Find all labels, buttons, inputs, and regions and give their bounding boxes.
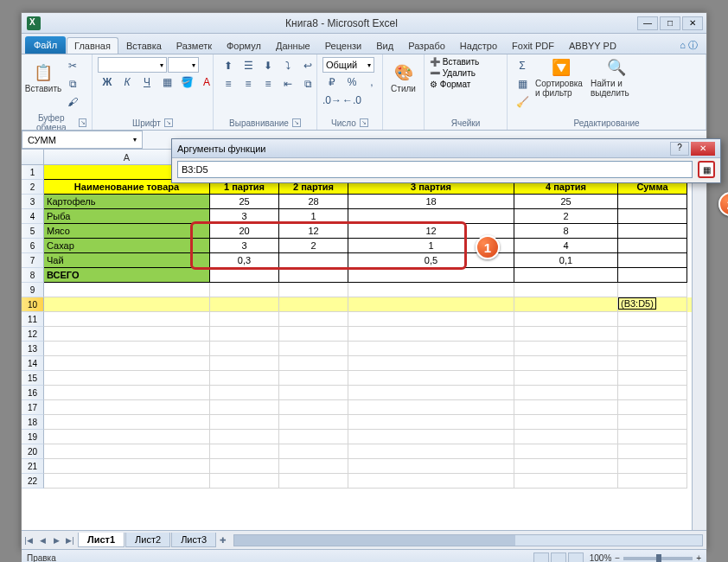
cell[interactable]: Чай — [44, 253, 210, 268]
increase-decimal-icon[interactable]: .0→ — [322, 92, 342, 109]
wrap-text-icon[interactable]: ↩ — [298, 57, 317, 74]
cell[interactable]: Сахар — [44, 239, 210, 253]
cell[interactable] — [44, 444, 210, 459]
cell[interactable] — [279, 415, 348, 430]
cell[interactable]: 20 — [210, 224, 279, 239]
align-top-icon[interactable]: ⬆ — [219, 57, 238, 74]
cell[interactable] — [279, 474, 348, 489]
sort-filter-button[interactable]: 🔽Сортировка и фильтр — [535, 57, 587, 99]
comma-icon[interactable]: , — [362, 73, 381, 91]
zoom-slider[interactable] — [623, 557, 693, 560]
cell[interactable] — [210, 342, 279, 356]
clipboard-launcher[interactable]: ↘ — [79, 118, 86, 127]
cells-delete-button[interactable]: ➖ Удалить — [430, 68, 476, 78]
cell[interactable]: 8 — [514, 224, 618, 239]
cells-format-button[interactable]: ⚙ Формат — [430, 80, 470, 89]
decrease-decimal-icon[interactable]: ←.0 — [342, 92, 361, 109]
cell[interactable] — [210, 444, 279, 459]
rowhead-13[interactable]: 13 — [22, 342, 44, 356]
cell[interactable] — [210, 371, 279, 386]
cell[interactable] — [348, 283, 514, 297]
cell[interactable] — [279, 342, 348, 356]
maximize-button[interactable]: □ — [660, 16, 680, 30]
cell[interactable] — [210, 430, 279, 444]
cell[interactable] — [348, 459, 514, 474]
cell[interactable] — [618, 253, 687, 268]
align-bottom-icon[interactable]: ⬇ — [259, 57, 278, 74]
rowhead-3[interactable]: 3 — [22, 195, 44, 209]
autosum-icon[interactable]: Σ — [513, 57, 532, 74]
cell[interactable] — [210, 386, 279, 400]
underline-icon[interactable]: Ч — [137, 73, 156, 91]
cell[interactable] — [618, 371, 687, 386]
borders-icon[interactable]: ▦ — [157, 73, 176, 91]
cell[interactable] — [348, 312, 514, 327]
find-select-button[interactable]: 🔍Найти и выделить — [591, 57, 642, 99]
cell[interactable] — [618, 400, 687, 415]
cell[interactable] — [44, 356, 210, 371]
cells-insert-button[interactable]: ➕ Вставить — [430, 57, 479, 67]
rowhead-8[interactable]: 8 — [22, 268, 44, 283]
cell[interactable] — [279, 268, 348, 283]
cell[interactable] — [618, 474, 687, 489]
cell[interactable] — [514, 415, 618, 430]
cell[interactable]: 18 — [348, 195, 514, 209]
cell[interactable]: ВСЕГО — [44, 268, 210, 283]
cell[interactable] — [618, 268, 687, 283]
cell[interactable] — [514, 297, 618, 312]
cell[interactable] — [44, 400, 210, 415]
cell[interactable] — [514, 327, 618, 342]
horizontal-scrollbar[interactable] — [233, 534, 703, 546]
rowhead-22[interactable]: 22 — [22, 474, 44, 489]
cell[interactable] — [44, 386, 210, 400]
help-icon[interactable]: ⌂ ⓘ — [674, 37, 703, 54]
minimize-button[interactable]: — — [637, 16, 658, 30]
cell[interactable] — [44, 312, 210, 327]
sheet-nav-last[interactable]: ▶| — [63, 536, 77, 545]
view-normal-icon[interactable] — [533, 552, 549, 563]
cell[interactable] — [210, 356, 279, 371]
cut-icon[interactable]: ✂ — [63, 57, 82, 74]
cell[interactable] — [210, 268, 279, 283]
font-family-combo[interactable]: ▾ — [98, 57, 167, 73]
align-middle-icon[interactable]: ☰ — [239, 57, 258, 74]
italic-icon[interactable]: К — [118, 73, 137, 91]
number-format-combo[interactable]: Общий▾ — [322, 57, 374, 73]
tab-addins[interactable]: Надстро — [453, 38, 504, 54]
align-left-icon[interactable]: ≡ — [219, 75, 238, 93]
cell[interactable] — [618, 444, 687, 459]
cell[interactable] — [618, 327, 687, 342]
rowhead-9[interactable]: 9 — [22, 283, 44, 297]
cell[interactable] — [44, 342, 210, 356]
rowhead-1[interactable]: 1 — [22, 165, 44, 180]
font-launcher[interactable]: ↘ — [164, 118, 173, 127]
cell[interactable] — [618, 386, 687, 400]
cell[interactable] — [618, 430, 687, 444]
cell[interactable] — [618, 312, 687, 327]
cell[interactable] — [618, 224, 687, 239]
fill-color-icon[interactable]: 🪣 — [177, 73, 196, 91]
cell[interactable] — [348, 474, 514, 489]
sheet-nav-first[interactable]: |◀ — [22, 536, 35, 545]
format-painter-icon[interactable]: 🖌 — [63, 93, 82, 111]
cell[interactable] — [279, 253, 348, 268]
merge-icon[interactable]: ⧉ — [298, 75, 317, 93]
tab-view[interactable]: Вид — [369, 38, 400, 54]
new-sheet-button[interactable]: ✚ — [216, 536, 230, 545]
cell[interactable] — [348, 386, 514, 400]
cell[interactable] — [44, 327, 210, 342]
sheet-nav-next[interactable]: ▶ — [49, 536, 63, 545]
rowhead-6[interactable]: 6 — [22, 239, 44, 253]
rowhead-18[interactable]: 18 — [22, 415, 44, 430]
font-size-combo[interactable]: ▾ — [168, 57, 199, 73]
cell[interactable] — [44, 459, 210, 474]
cell[interactable] — [618, 356, 687, 371]
sheet-tab-1[interactable]: Лист1 — [78, 533, 125, 547]
cell[interactable] — [279, 283, 348, 297]
cell[interactable] — [44, 371, 210, 386]
cell[interactable] — [514, 268, 618, 283]
rowhead-12[interactable]: 12 — [22, 327, 44, 342]
cell[interactable] — [210, 327, 279, 342]
tab-file[interactable]: Файл — [25, 36, 66, 54]
tab-formulas[interactable]: Формул — [220, 38, 268, 54]
